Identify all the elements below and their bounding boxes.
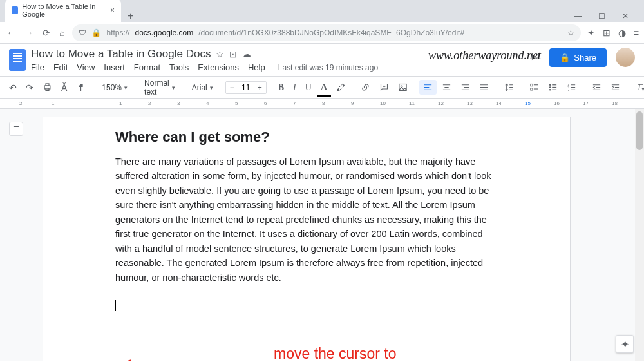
document-heading[interactable]: Where can I get some? (115, 129, 498, 146)
bold-button[interactable]: B (274, 80, 288, 95)
close-tab-icon[interactable]: × (110, 6, 115, 15)
bulleted-list-button[interactable] (544, 80, 562, 95)
svg-rect-5 (531, 84, 533, 86)
insert-link-button[interactable] (357, 80, 374, 95)
star-icon[interactable]: ☆ (216, 49, 224, 59)
show-outline-button[interactable]: ☰ (9, 122, 23, 136)
bookmark-star-icon[interactable]: ☆ (567, 28, 574, 37)
svg-rect-10 (552, 84, 556, 85)
maximize-button[interactable]: ☐ (596, 10, 608, 22)
decrease-font-button[interactable]: − (226, 82, 238, 93)
url-path: /document/d/1nOGX0z388bDJNoGpOdIMKsFk4iq… (198, 28, 464, 37)
shield-icon: 🛡 (79, 28, 86, 37)
svg-point-7 (549, 84, 551, 86)
svg-rect-6 (531, 88, 533, 90)
close-window-button[interactable]: ✕ (620, 10, 631, 22)
url-protocol: https:// (106, 28, 129, 37)
svg-text:3: 3 (567, 89, 569, 92)
docs-header: How to Move a Table in Google Docs ☆ ⊡ ☁… (0, 44, 644, 72)
align-left-button[interactable] (419, 80, 437, 95)
svg-point-8 (549, 86, 551, 88)
horizontal-ruler[interactable]: 2 1 1 2 3 4 5 6 7 8 9 10 11 12 13 14 15 … (0, 99, 644, 109)
svg-rect-2 (46, 88, 49, 91)
align-center-button[interactable] (438, 80, 455, 95)
tab-title: How to Move a Table in Google (22, 3, 106, 18)
extension-icon[interactable]: ✦ (587, 28, 595, 38)
menu-bar: File Edit View Insert Format Tools Exten… (31, 62, 526, 72)
align-justify-button[interactable] (475, 80, 493, 95)
menu-tools[interactable]: Tools (169, 62, 189, 72)
italic-button[interactable]: I (289, 80, 300, 95)
window-controls: — ☐ ✕ (571, 10, 639, 22)
font-family-select[interactable]: Arial (187, 81, 218, 95)
menu-help[interactable]: Help (248, 62, 265, 72)
menu-format[interactable]: Format (134, 62, 160, 72)
redo-button[interactable]: ↷ (22, 80, 37, 95)
svg-rect-11 (552, 87, 556, 88)
reload-button[interactable]: ⟳ (41, 26, 52, 39)
docs-favicon (12, 6, 18, 14)
share-label: Share (574, 53, 596, 62)
user-avatar[interactable] (616, 48, 635, 67)
browser-extension-icons: ✦ ⊞ ◑ ≡ (587, 28, 639, 38)
browser-tab-strip: How to Move a Table in Google × + — ☐ ✕ (0, 0, 644, 22)
browser-tab[interactable]: How to Move a Table in Google × (5, 0, 121, 22)
svg-point-9 (549, 89, 551, 91)
insert-image-button[interactable] (394, 80, 412, 95)
document-page[interactable]: Where can I get some? There are many var… (43, 117, 571, 361)
svg-rect-3 (399, 84, 406, 91)
svg-rect-12 (552, 90, 556, 90)
highlight-button[interactable]: 🖍 (332, 80, 349, 95)
text-cursor-icon (115, 300, 116, 311)
menu-insert[interactable]: Insert (104, 62, 125, 72)
paint-format-button[interactable] (72, 80, 90, 95)
paragraph-style-select[interactable]: Normal text (140, 76, 180, 99)
vertical-scrollbar[interactable] (635, 109, 644, 361)
google-docs-logo[interactable] (9, 49, 26, 71)
align-right-button[interactable] (457, 80, 474, 95)
document-paragraph[interactable]: There are many variations of passages of… (115, 155, 498, 285)
address-bar: ← → ⟳ ⌂ 🛡 🔒 https://docs.google.com/docu… (0, 22, 644, 44)
move-icon[interactable]: ⊡ (229, 49, 237, 59)
menu-view[interactable]: View (77, 62, 95, 72)
increase-indent-button[interactable] (607, 80, 624, 95)
font-size-control: − 11 + (225, 81, 267, 94)
url-domain: docs.google.com (135, 28, 194, 37)
new-tab-button[interactable]: + (121, 10, 140, 22)
cursor-position[interactable] (115, 300, 498, 312)
checklist-button[interactable] (526, 80, 543, 95)
svg-rect-1 (46, 84, 49, 86)
forward-button[interactable]: → (23, 26, 35, 39)
last-edit-link[interactable]: Last edit was 19 minutes ago (278, 63, 378, 72)
minimize-button[interactable]: — (571, 10, 584, 22)
cloud-saved-icon[interactable]: ☁ (242, 49, 251, 59)
spellcheck-button[interactable]: Ă (57, 80, 71, 95)
undo-button[interactable]: ↶ (5, 80, 21, 95)
document-title[interactable]: How to Move a Table in Google Docs (31, 48, 211, 61)
clear-formatting-button[interactable] (632, 80, 644, 95)
back-button[interactable]: ← (5, 26, 17, 39)
underline-button[interactable]: U (301, 80, 316, 95)
menu-file[interactable]: File (31, 62, 44, 72)
explore-button[interactable]: ✦ (616, 335, 634, 353)
text-color-button[interactable]: A (317, 80, 331, 95)
url-input[interactable]: 🛡 🔒 https://docs.google.com/document/d/1… (72, 24, 580, 41)
extension-icon[interactable]: ◑ (618, 28, 626, 38)
zoom-select[interactable]: 150% (97, 81, 132, 95)
insert-comment-button[interactable] (375, 80, 393, 95)
lock-icon: 🔒 (560, 53, 570, 62)
share-button[interactable]: 🔒 Share (549, 48, 607, 67)
home-button[interactable]: ⌂ (58, 26, 66, 39)
extension-icon[interactable]: ⊞ (603, 28, 611, 38)
font-size-input[interactable]: 11 (238, 82, 254, 93)
menu-extensions[interactable]: Extensions (198, 62, 239, 72)
browser-menu-icon[interactable]: ≡ (634, 28, 639, 38)
lock-icon: 🔒 (91, 28, 101, 37)
line-spacing-button[interactable] (500, 80, 518, 95)
increase-font-button[interactable]: + (254, 82, 266, 93)
decrease-indent-button[interactable] (588, 80, 605, 95)
menu-edit[interactable]: Edit (53, 62, 68, 72)
comment-history-icon[interactable] (531, 52, 540, 64)
numbered-list-button[interactable]: 123 (563, 80, 580, 95)
print-button[interactable] (39, 80, 56, 95)
